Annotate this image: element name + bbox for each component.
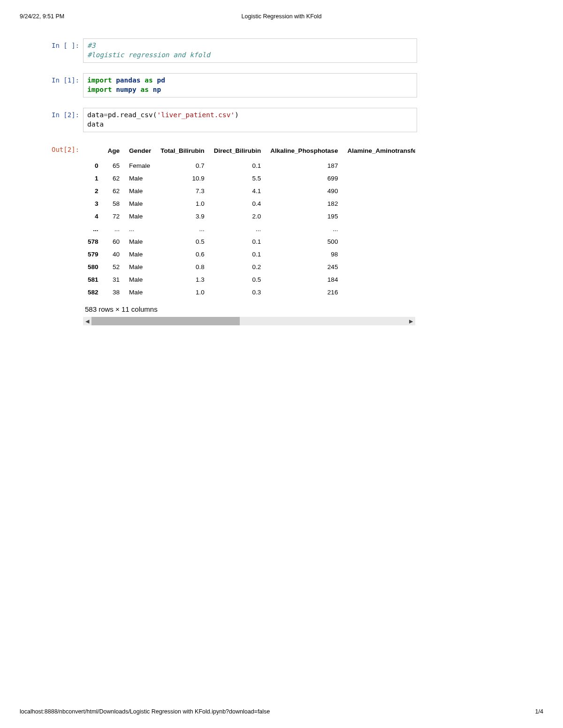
cell: ... [156,223,209,235]
scroll-left-arrow-icon[interactable]: ◀ [83,317,91,325]
cell [342,159,415,173]
cell: 58 [103,197,125,210]
cell: ... [103,223,125,235]
cell: 1.3 [156,273,209,286]
cell [342,223,415,235]
code-comment: #logistic regression and kfold [87,51,210,59]
op-assign: = [104,111,108,119]
col-header: Gender [124,145,156,159]
cell: 182 [266,197,342,210]
code-cell: In [2]: data=pd.read_csv('liver_patient.… [46,108,417,132]
cell: 65 [103,159,125,173]
cell [342,286,415,299]
print-url: localhost:8888/nbconvert/html/Downloads/… [20,708,270,715]
cell: 0.2 [209,261,266,273]
cell: Male [124,235,156,248]
table-row: 58052Male0.80.2245 [83,261,415,273]
print-footer: localhost:8888/nbconvert/html/Downloads/… [20,708,543,715]
string-literal: 'liver_patient.csv' [157,111,235,119]
alias-name: pd [157,76,165,84]
kw-as: as [141,86,149,93]
row-index: 2 [83,185,103,197]
cell: 4.1 [209,185,266,197]
print-page-number: 1/4 [535,708,543,715]
dataframe-table: Age Gender Total_Bilirubin Direct_Biliru… [83,145,415,299]
cell [342,273,415,286]
cell: 184 [266,273,342,286]
module-name: numpy [116,86,137,93]
col-header-index [83,145,103,159]
table-row: 58131Male1.30.5184 [83,273,415,286]
cell: 490 [266,185,342,197]
cell: 0.4 [209,197,266,210]
col-header: Direct_Bilirubin [209,145,266,159]
cell: ... [266,223,342,235]
col-header: Total_Bilirubin [156,145,209,159]
cell: 1.0 [156,197,209,210]
alias-name: np [153,86,161,93]
cell [342,248,415,261]
code-comment: #3 [87,42,95,49]
output-cell: Out[2]: Age Gender Total_Bilirubin Direc… [46,143,417,325]
cell: Male [124,185,156,197]
call-close: ) [235,111,239,119]
cell: 5.5 [209,172,266,185]
row-index: 578 [83,235,103,248]
cell: 31 [103,273,125,286]
cell: 3.9 [156,210,209,223]
cell: 0.7 [156,159,209,173]
cell: Male [124,286,156,299]
row-index: 581 [83,273,103,286]
cell: 2.0 [209,210,266,223]
kw-as: as [145,76,152,84]
row-index: 579 [83,248,103,261]
cell [342,185,415,197]
cell: 0.5 [209,273,266,286]
cell: 62 [103,185,125,197]
cell: ... [124,223,156,235]
module-name: pandas [116,76,140,84]
code-input[interactable]: import pandas as pd import numpy as np [83,73,417,98]
table-row: 065Female0.70.1187 [83,159,415,173]
cell: 0.1 [209,159,266,173]
code-input[interactable]: #3 #logistic regression and kfold [83,38,417,63]
table-row: .................. [83,223,415,235]
code-cell: In [ ]: #3 #logistic regression and kfol… [46,38,417,63]
cell [342,210,415,223]
row-index: 3 [83,197,103,210]
horizontal-scrollbar[interactable]: ◀ ▶ [83,317,415,325]
cell: Male [124,248,156,261]
identifier: data [87,120,104,128]
print-header: 9/24/22, 9:51 PM Logistic Regression wit… [20,13,543,20]
cell [342,172,415,185]
cell: Male [124,210,156,223]
cell: Male [124,197,156,210]
print-title: Logistic Regression with KFold [20,13,543,20]
cell: 195 [266,210,342,223]
cell: 40 [103,248,125,261]
code-input[interactable]: data=pd.read_csv('liver_patient.csv') da… [83,108,417,132]
kw-import: import [87,76,112,84]
scroll-track[interactable] [91,317,407,325]
output-area: Age Gender Total_Bilirubin Direct_Biliru… [83,143,417,325]
table-header-row: Age Gender Total_Bilirubin Direct_Biliru… [83,145,415,159]
cell: Male [124,261,156,273]
input-prompt: In [ ]: [46,38,83,50]
col-header: Alamine_Aminotransfer [342,145,415,159]
cell: 245 [266,261,342,273]
cell: 500 [266,235,342,248]
row-index: 4 [83,210,103,223]
cell: 187 [266,159,342,173]
scroll-thumb[interactable] [91,317,240,325]
identifier: data [87,111,104,119]
cell: 7.3 [156,185,209,197]
cell: ... [209,223,266,235]
cell: 1.0 [156,286,209,299]
input-prompt: In [2]: [46,108,83,119]
cell: 0.5 [156,235,209,248]
scroll-right-arrow-icon[interactable]: ▶ [407,317,415,325]
input-prompt: In [1]: [46,73,83,84]
row-index: 582 [83,286,103,299]
row-index: 1 [83,172,103,185]
cell: 0.1 [209,235,266,248]
